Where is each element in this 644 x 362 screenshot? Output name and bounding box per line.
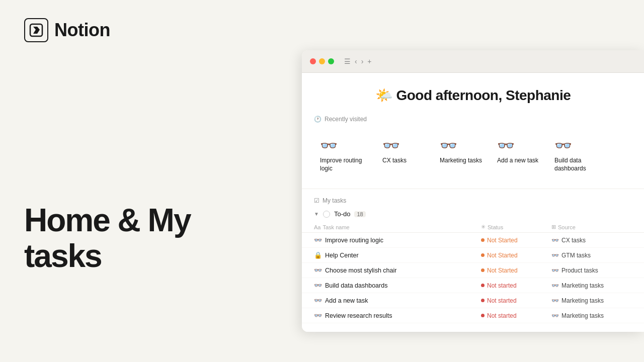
- task-name-3: Build data dashboards: [325, 282, 387, 289]
- source-icon-2: 👓: [551, 267, 559, 274]
- source-cell-3: 👓 Marketing tasks: [551, 282, 632, 289]
- task-row-0[interactable]: 👓 Improve routing logic Not Started 👓 CX…: [302, 233, 644, 248]
- task-table-header: Aa Task name ✳ Status ⊞ Source: [302, 222, 644, 233]
- status-cell-1: Not Started: [481, 252, 551, 259]
- traffic-light-yellow[interactable]: [319, 58, 325, 64]
- task-name-cell-1: 🔒 Help Center: [314, 251, 481, 259]
- status-cell-5: Not started: [481, 312, 551, 319]
- recent-item-label-3: Add a new task: [497, 157, 538, 165]
- source-icon-1: 👓: [551, 252, 559, 259]
- status-cell-3: Not started: [481, 282, 551, 289]
- source-cell-0: 👓 CX tasks: [551, 237, 632, 244]
- status-dot-2: [481, 268, 485, 272]
- task-icon-0: 👓: [314, 236, 322, 244]
- recent-item-label-4: Build data dashboards: [554, 157, 603, 172]
- status-text-2: Not Started: [487, 267, 518, 274]
- notion-logo: Notion: [24, 18, 268, 42]
- source-cell-4: 👓 Marketing tasks: [551, 297, 632, 304]
- task-icon-3: 👓: [314, 282, 322, 289]
- task-row-4[interactable]: 👓 Add a new task Not started 👓 Marketing…: [302, 293, 644, 308]
- source-icon-5: 👓: [551, 312, 559, 319]
- recent-item-3[interactable]: 👓 Add a new task: [491, 133, 546, 178]
- task-name-0: Improve routing logic: [325, 237, 383, 244]
- recent-item-1[interactable]: 👓 CX tasks: [376, 133, 432, 178]
- task-icon-4: 👓: [314, 297, 322, 304]
- source-name-4: Marketing tasks: [561, 297, 604, 304]
- status-text-4: Not started: [487, 297, 517, 304]
- status-header: Status: [488, 224, 503, 230]
- recently-visited-label: Recently visited: [325, 116, 367, 123]
- task-name-cell-3: 👓 Build data dashboards: [314, 282, 481, 289]
- todo-label: To-do: [334, 210, 351, 218]
- greeting-section: 🌤️ Good afternoon, Stephanie: [302, 73, 644, 114]
- recent-item-label-2: Marketing tasks: [440, 157, 482, 165]
- task-name-cell-5: 👓 Review research results: [314, 312, 481, 319]
- task-name-header: Task name: [323, 224, 349, 230]
- page-title: Home & My tasks: [24, 203, 268, 274]
- source-icon-4: 👓: [551, 297, 559, 304]
- source-cell-5: 👓 Marketing tasks: [551, 312, 632, 319]
- menu-icon[interactable]: ☰: [344, 57, 351, 65]
- traffic-light-red[interactable]: [310, 58, 316, 64]
- source-name-1: GTM tasks: [561, 252, 591, 259]
- section-divider: [302, 189, 644, 189]
- back-icon[interactable]: ‹: [355, 57, 357, 65]
- recent-item-icon-2: 👓: [440, 139, 457, 153]
- recent-item-label-1: CX tasks: [382, 157, 407, 165]
- add-tab-icon[interactable]: +: [367, 57, 371, 65]
- notion-content: 🌤️ Good afternoon, Stephanie 🕐 Recently …: [302, 73, 644, 332]
- task-row-1[interactable]: 🔒 Help Center Not Started 👓 GTM tasks: [302, 248, 644, 263]
- source-cell-1: 👓 GTM tasks: [551, 252, 632, 259]
- task-name-4: Add a new task: [325, 297, 368, 304]
- source-name-3: Marketing tasks: [561, 282, 604, 289]
- status-dot-3: [481, 284, 485, 287]
- task-name-cell-2: 👓 Choose most stylish chair: [314, 266, 481, 274]
- my-tasks-label: My tasks: [323, 197, 346, 204]
- status-cell-4: Not started: [481, 297, 551, 304]
- task-row-3[interactable]: 👓 Build data dashboards Not started 👓 Ma…: [302, 278, 644, 293]
- recent-item-2[interactable]: 👓 Marketing tasks: [434, 133, 489, 178]
- status-dot-0: [481, 238, 485, 242]
- recently-visited-header: 🕐 Recently visited: [302, 114, 644, 129]
- task-row-5[interactable]: 👓 Review research results Not started 👓 …: [302, 308, 644, 323]
- source-icon-0: 👓: [551, 237, 559, 244]
- col-task-header: Aa Task name: [314, 224, 481, 230]
- todo-chevron: ▼: [314, 211, 319, 217]
- source-name-2: Product tasks: [561, 267, 598, 274]
- todo-circle: [323, 211, 330, 218]
- recent-item-0[interactable]: 👓 Improve routing logic: [314, 133, 374, 178]
- traffic-lights: [310, 58, 334, 64]
- status-text-1: Not Started: [487, 252, 518, 259]
- source-header: Source: [558, 224, 576, 230]
- forward-icon[interactable]: ›: [361, 57, 364, 65]
- source-cell-2: 👓 Product tasks: [551, 267, 632, 274]
- recent-item-label-0: Improve routing logic: [320, 157, 368, 172]
- status-text-3: Not started: [487, 282, 517, 289]
- status-text-0: Not Started: [487, 237, 518, 244]
- recent-item-icon-3: 👓: [497, 139, 515, 153]
- aa-icon: Aa: [314, 224, 320, 230]
- traffic-light-green[interactable]: [328, 58, 334, 64]
- source-name-5: Marketing tasks: [561, 312, 604, 319]
- source-icon-3: 👓: [551, 282, 559, 289]
- task-row-2[interactable]: 👓 Choose most stylish chair Not Started …: [302, 263, 644, 278]
- recent-item-4[interactable]: 👓 Build data dashboards: [548, 133, 609, 178]
- status-spinner-icon: ✳: [481, 224, 486, 230]
- greeting-text: 🌤️ Good afternoon, Stephanie: [314, 87, 632, 104]
- task-name-5: Review research results: [325, 312, 392, 319]
- status-text-5: Not started: [487, 312, 517, 319]
- my-tasks-header: ☑ My tasks: [302, 193, 644, 208]
- notion-logo-icon: [24, 18, 48, 42]
- task-icon-1: 🔒: [314, 251, 322, 259]
- col-source-header: ⊞ Source: [551, 224, 632, 230]
- left-panel: Notion Home & My tasks: [0, 0, 292, 362]
- recent-item-icon-1: 👓: [382, 139, 400, 153]
- status-cell-2: Not Started: [481, 267, 551, 274]
- status-cell-0: Not Started: [481, 237, 551, 244]
- task-icon-5: 👓: [314, 312, 322, 319]
- todo-row[interactable]: ▼ To-do 18: [302, 208, 644, 222]
- todo-count: 18: [354, 211, 365, 217]
- source-grid-icon: ⊞: [551, 224, 556, 230]
- status-dot-1: [481, 253, 485, 257]
- task-name-2: Choose most stylish chair: [325, 267, 396, 274]
